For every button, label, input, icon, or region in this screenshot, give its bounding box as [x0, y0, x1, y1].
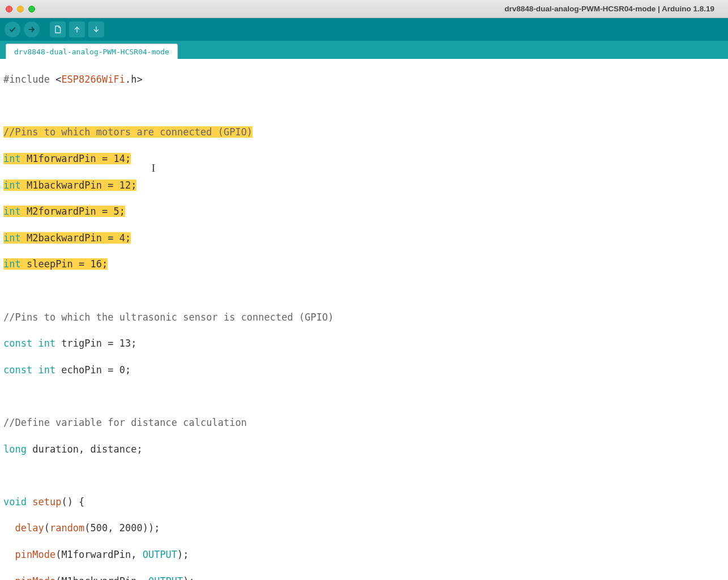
tab-sketch[interactable]: drv8848-dual-analog-PWM-HCSR04-mode [6, 44, 178, 59]
save-sketch-button[interactable] [88, 22, 104, 37]
code-line [3, 469, 725, 482]
code-line: int M2forwardPin = 5; [3, 205, 725, 218]
code-line: int sleepPin = 16; [3, 258, 725, 271]
toolbar [0, 18, 728, 41]
check-icon [8, 25, 17, 34]
window-title: drv8848-dual-analog-PWM-HCSR04-mode | Ar… [0, 5, 728, 13]
code-line: pinMode(M1backwardPin, OUTPUT); [3, 575, 725, 580]
code-line: int M1forwardPin = 14; [3, 152, 725, 165]
new-sketch-button[interactable] [50, 22, 66, 37]
arrow-down-icon [92, 25, 101, 34]
code-line: //Pins to which the ultrasonic sensor is… [3, 311, 725, 324]
code-line: #include <ESP8266WiFi.h> [3, 73, 725, 86]
code-line: delay(random(500, 2000)); [3, 522, 725, 535]
maximize-window-button[interactable] [28, 6, 35, 12]
code-editor[interactable]: #include <ESP8266WiFi.h> //Pins to which… [0, 59, 728, 580]
tab-bar: drv8848-dual-analog-PWM-HCSR04-mode [0, 41, 728, 59]
code-line: int M2backwardPin = 4; [3, 232, 725, 245]
minimize-window-button[interactable] [17, 6, 24, 12]
code-line: long duration, distance; [3, 443, 725, 456]
code-line: const int trigPin = 13; [3, 337, 725, 350]
code-line: //Define variable for distance calculati… [3, 416, 725, 429]
upload-button[interactable] [24, 22, 40, 37]
arrow-right-icon [27, 25, 36, 34]
window-controls [6, 6, 35, 12]
code-line: pinMode(M1forwardPin, OUTPUT); [3, 548, 725, 561]
code-line [3, 284, 725, 297]
code-line: const int echoPin = 0; [3, 364, 725, 377]
arrow-up-icon [72, 25, 82, 34]
file-icon [53, 25, 62, 34]
code-line: int M1backwardPin = 12; [3, 179, 725, 192]
open-sketch-button[interactable] [69, 22, 85, 37]
code-line [3, 100, 725, 113]
code-line: //Pins to which motors are connected (GP… [3, 126, 725, 139]
code-line: void setup() { [3, 496, 725, 509]
text-cursor-icon: I [152, 162, 155, 175]
close-window-button[interactable] [6, 6, 12, 12]
code-line [3, 390, 725, 403]
window-titlebar: drv8848-dual-analog-PWM-HCSR04-mode | Ar… [0, 0, 728, 18]
verify-button[interactable] [5, 22, 20, 37]
